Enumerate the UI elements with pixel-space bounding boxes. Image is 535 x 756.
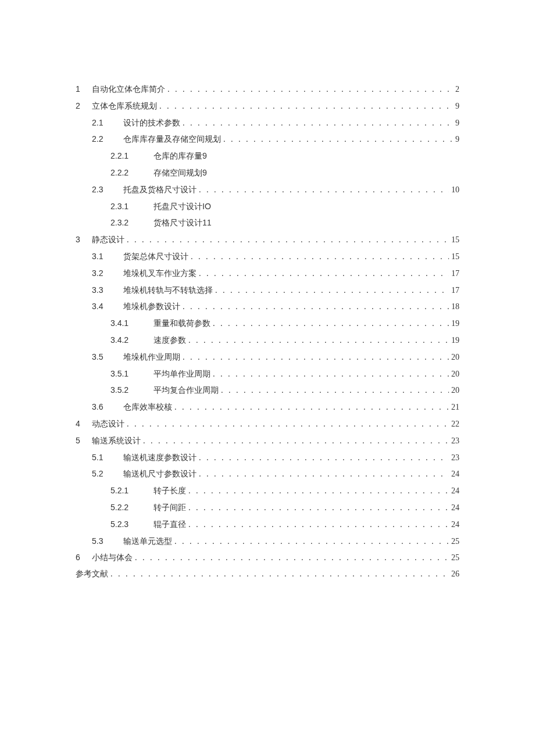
toc-leader-dots [221, 386, 449, 396]
toc-title: 转子长度 [154, 486, 186, 496]
toc-leader-dots [191, 252, 449, 262]
toc-page-number: 20 [451, 353, 459, 363]
toc-page-number: 24 [451, 520, 459, 530]
toc-entry: 5.2.3辊子直径24 [76, 519, 459, 530]
toc-page-number: 9 [202, 168, 207, 178]
toc-title: 堆垛机作业周期 [123, 353, 180, 363]
toc-page-number: 25 [451, 537, 459, 547]
toc-title: 输送机尺寸参数设计 [123, 470, 197, 479]
toc-title: 托盘尺寸设计 [154, 202, 202, 212]
toc-number: 5.2.1 [110, 486, 154, 496]
toc-page-number: 10 [451, 185, 459, 195]
toc-number: 3.4.1 [110, 318, 154, 328]
toc-number: 2 [76, 101, 92, 111]
toc-page-number: 18 [451, 302, 459, 312]
toc-number: 5.3 [92, 536, 123, 546]
toc-page-number: 23 [451, 436, 459, 446]
toc-leader-dots [199, 470, 449, 479]
toc-title: 托盘及货格尺寸设计 [123, 185, 197, 195]
toc-number: 3.4.2 [110, 335, 154, 345]
toc-entry: 5.2.2转子间距24 [76, 503, 459, 513]
toc-leader-dots [213, 319, 449, 329]
toc-leader-dots [199, 185, 449, 195]
toc-leader-dots [188, 486, 449, 496]
toc-number: 3.1 [92, 252, 123, 261]
toc-title: 输送系统设计 [92, 436, 141, 446]
toc-leader-dots [135, 553, 449, 563]
toc-page-number: 20 [451, 386, 459, 396]
toc-entry: 5.2.1转子长度24 [76, 486, 459, 496]
toc-leader-dots [188, 503, 449, 513]
toc-number: 3 [76, 235, 92, 245]
toc-entry: 参考文献26 [76, 569, 459, 579]
toc-page-number: 9 [455, 135, 459, 145]
toc-leader-dots [110, 569, 449, 579]
toc-page-number: 2 [455, 85, 459, 95]
toc-entry: 3.4堆垛机参数设计18 [76, 302, 459, 312]
toc-leader-dots [199, 269, 449, 279]
toc-entry: 3静态设计15 [76, 235, 459, 245]
toc-entry: 2.2.2存储空间规划9 [76, 168, 459, 178]
toc-entry: 2立体仓库系统规划9 [76, 101, 459, 112]
toc-entry: 2.3.2货格尺寸设计11 [76, 218, 459, 228]
table-of-contents: 1自动化立体仓库简介22立体仓库系统规划92.1设计的技术参数92.2仓库库存量… [76, 84, 459, 579]
toc-title: 堆垛机叉车作业方案 [123, 269, 197, 279]
toc-leader-dots [174, 403, 449, 413]
toc-number: 3.5.2 [110, 385, 154, 395]
toc-title: 仓库的库存量 [154, 152, 202, 162]
toc-number: 3.3 [92, 285, 123, 295]
toc-title: 平均复合作业周期 [154, 386, 219, 396]
toc-leader-dots [127, 235, 449, 245]
toc-page-number: 20 [451, 370, 459, 379]
toc-page-number: 22 [451, 420, 459, 429]
toc-title: 仓库效率校核 [123, 403, 172, 413]
toc-number: 5.1 [92, 453, 123, 463]
toc-page-number: 24 [451, 486, 459, 496]
toc-leader-dots [143, 436, 449, 446]
toc-number: 2.3.1 [110, 202, 154, 212]
toc-entry: 3.5堆垛机作业周期20 [76, 352, 459, 363]
toc-entry: 2.2.1仓库的库存量9 [76, 151, 459, 162]
toc-title: 动态设计 [92, 420, 124, 429]
toc-page-number: 24 [451, 503, 459, 513]
toc-entry: 6小结与体会25 [76, 553, 459, 563]
toc-leader-dots [188, 520, 449, 530]
toc-leader-dots [199, 453, 449, 463]
toc-page-number: 9 [455, 102, 459, 112]
toc-number: 6 [76, 553, 92, 562]
toc-title: 静态设计 [92, 235, 124, 245]
toc-title: 货架总体尺寸设计 [123, 252, 188, 262]
toc-entry: 3.4.1重量和载荷参数19 [76, 318, 459, 329]
toc-number: 3.2 [92, 268, 123, 278]
toc-title: 立体仓库系统规划 [92, 102, 157, 112]
toc-entry: 3.5.2平均复合作业周期20 [76, 385, 459, 396]
toc-title: 输送机速度参数设计 [123, 453, 197, 463]
toc-number: 3.4 [92, 302, 123, 311]
toc-number: 5 [76, 436, 92, 446]
toc-leader-dots [183, 119, 453, 128]
toc-leader-dots [167, 85, 453, 95]
toc-entry: 3.1货架总体尺寸设计15 [76, 252, 459, 262]
toc-title: 参考文献 [76, 569, 108, 579]
toc-number: 4 [76, 419, 92, 429]
toc-page-number: 11 [202, 218, 212, 228]
toc-number: 2.2.1 [110, 151, 154, 161]
toc-title: 速度参数 [154, 336, 186, 346]
toc-leader-dots [223, 135, 453, 145]
toc-number: 5.2.2 [110, 503, 154, 513]
toc-leader-dots [183, 353, 449, 363]
toc-leader-dots [159, 102, 453, 112]
toc-title: 辊子直径 [154, 520, 186, 530]
toc-leader-dots [174, 537, 449, 547]
toc-title: 输送单元选型 [123, 537, 172, 547]
toc-number: 3.5.1 [110, 369, 154, 379]
toc-entry: 3.3堆垛机转轨与不转轨选择17 [76, 285, 459, 296]
toc-page-number: IO [202, 202, 211, 212]
toc-number: 5.2.3 [110, 519, 154, 529]
toc-number: 3.6 [92, 402, 123, 412]
toc-entry: 3.4.2速度参数19 [76, 335, 459, 346]
toc-leader-dots [188, 336, 449, 346]
toc-number: 2.3 [92, 185, 123, 195]
toc-entry: 5输送系统设计23 [76, 436, 459, 446]
toc-number: 3.5 [92, 352, 123, 362]
